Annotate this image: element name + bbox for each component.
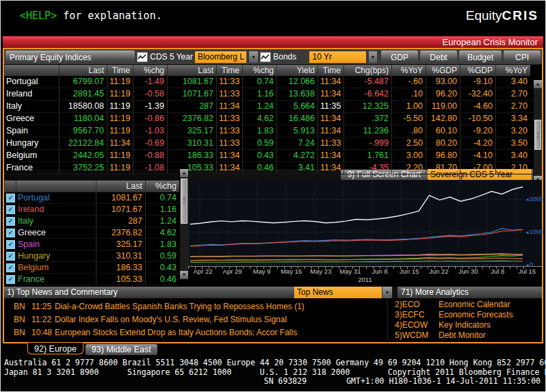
checkbox-checked-icon[interactable]: ✓ [6,263,15,272]
analytics-code[interactable]: 2)ECO [395,300,439,310]
table-row[interactable]: Spain9567.7011:19-1.03325.1711:331.835.9… [4,125,542,138]
checkbox-checked-icon[interactable]: ✓ [6,275,15,284]
table-row[interactable]: Greece1180.0411:19-0.862376.8211:334.621… [4,113,542,125]
analytics-code[interactable]: 3)ECFC [395,310,439,320]
cds-line-chart[interactable]: ◄0◄1000◄2000 [188,180,542,266]
metric-button-budget[interactable]: Budget [459,51,502,63]
chevron-down-icon[interactable]: ▼ [248,51,257,63]
scroll-up-icon[interactable]: ▲ [534,80,542,88]
country-label: Portugal [4,76,59,88]
news-item[interactable]: BN11:22Dollar Index Falls on Moody's U.S… [4,313,387,326]
value-cell: 22122.84 [59,138,107,149]
watchlist-row[interactable]: ✓France105.330.46 [4,274,179,285]
watchlist-row[interactable]: ✓Belgium186.330.43 [4,262,179,274]
metric-button-cpi[interactable]: CPI [504,51,541,63]
watchlist-chg-value: 1.16 [145,204,179,215]
checkbox-checked-icon[interactable]: ✓ [6,240,15,249]
checkbox-checked-icon[interactable]: ✓ [6,194,15,202]
analytics-link[interactable]: 3)ECFCEconomic Forecasts [388,310,542,320]
scroll-up-icon[interactable]: ▲ [180,169,188,177]
watchlist-row[interactable]: ✓Portugal1081.670.74 [4,192,179,204]
column-header: %chg [242,65,276,76]
tab--europe[interactable]: 92) Europe [27,343,83,354]
news-item[interactable]: BN10:48European Stocks Extend Drop as It… [4,326,387,339]
table-row[interactable]: France3752.2511:19-1.08105.3311:340.463.… [4,162,542,174]
watchlist-row[interactable]: ✓Ireland1071.671.16 [4,204,179,215]
top-news-header[interactable]: 1) Top News and Commentary [4,287,294,298]
watchlist-row[interactable]: ✓Spain325.171.83 [4,239,179,250]
table-row[interactable]: Belgium2442.0511:19-0.88186.3311:340.434… [4,150,542,162]
primary-equity-indices-button[interactable]: Primary Equity Indices [5,51,135,63]
table-row[interactable]: Italy18580.0811:19-1.3928711:341.245.664… [4,101,542,113]
scroll-down-icon[interactable]: ▼ [180,271,188,279]
analytics-code[interactable]: 4)ECOW [395,320,439,330]
bonds-tenor-dropdown[interactable]: 10 Yr [309,51,365,63]
checkbox-checked-icon[interactable]: ✓ [6,228,15,237]
news-item[interactable]: BN11:25Dial-a-Crowd Battles Spanish Bank… [4,300,387,313]
metric-button-gdp[interactable]: GDP [381,51,418,63]
x-axis-tick-label: May 9 [247,267,276,276]
analytics-link[interactable]: 4)ECOWKey Indicators [388,320,542,330]
chart-year-label: 2011 [188,276,542,283]
x-axis-tick-label: May 16 [276,267,306,276]
watchlist-chg-value: 4.62 [145,227,179,238]
news-headline[interactable]: Dial-a-Crowd Battles Spanish Banks Tryin… [55,300,304,313]
value-cell: -4.35 [343,162,391,174]
analytics-code[interactable]: 5)WCDM [395,330,439,341]
metric-button-debt[interactable]: Debt [420,51,457,63]
checkbox-checked-icon[interactable]: ✓ [6,205,15,214]
news-body: BN11:25Dial-a-Crowd Battles Spanish Bank… [4,298,542,343]
value-cell: 325.17 [167,125,216,137]
chevron-down-icon[interactable]: ▼ [382,287,392,298]
more-analytics-header[interactable]: 71) More Analytics [398,287,542,298]
watchlist-chg-value: 1.83 [145,239,179,250]
news-header-bar: 1) Top News and Commentary Top News ▼ 71… [4,287,542,298]
column-header: %YoY [495,65,530,76]
tab--middle-east[interactable]: 93) Middle East [86,344,157,355]
watchlist-row[interactable]: ✓Hungary310.310.59 [4,250,179,262]
table-row[interactable]: Portugal6799.0711:19-1.491081.6711:330.7… [4,76,542,88]
news-headline[interactable]: Dollar Index Falls on Moody's U.S. Revie… [55,313,287,326]
x-axis-tick-label: Apr 29 [218,267,247,276]
value-cell: 3.50 [495,138,530,149]
value-cell: 16.486 [276,113,317,125]
value-cell: 93.00 [426,76,460,88]
scroll-thumb[interactable] [181,179,187,224]
checkbox-checked-icon[interactable]: ✓ [6,252,15,261]
watchlist-scrollbar[interactable]: ▲ ▼ [179,169,188,279]
y-axis-label: ◄1000 [525,228,543,236]
watchlist-last-value: 1081.67 [96,192,145,203]
chevron-down-icon[interactable]: ▼ [368,51,377,63]
checkbox-checked-icon[interactable]: ✓ [6,217,15,226]
value-cell: -0.86 [133,113,167,125]
watchlist-country-label: Italy [16,215,96,226]
table-row[interactable]: Ireland2891.4511:19-0.581071.6711:331.16… [4,88,542,101]
analytics-link[interactable]: 2)ECOEconomic Calendar [388,300,542,310]
analytics-name[interactable]: Economic Forecasts [439,310,513,320]
scroll-thumb[interactable] [534,120,541,150]
column-header: Time [317,65,343,76]
analytics-link[interactable]: 5)WCDMDebt Monitor [388,330,542,341]
news-filter-dropdown[interactable]: Top News [294,287,382,298]
analytics-name[interactable]: Key Indicators [439,320,491,330]
analytics-name[interactable]: Debt Monitor [439,330,486,341]
value-cell: 11:34 [317,162,343,174]
cds-source-dropdown[interactable]: Bloomberg L [195,51,247,63]
x-axis-tick-label: Jun 15 [395,267,424,276]
table-scrollbar[interactable]: ▲ ▼ [533,80,542,184]
value-cell: -1.39 [133,101,167,112]
value-cell: 6799.07 [59,76,107,88]
watchlist-last-value: 105.33 [96,274,145,285]
value-cell: -0.58 [133,88,167,100]
watchlist-row[interactable]: ✓Greece2376.824.62 [4,227,179,239]
analytics-name[interactable]: Economic Calendar [439,300,510,310]
help-link[interactable]: <HELP> [20,10,57,22]
value-cell: 5.664 [276,101,317,112]
bottom-tab-bar: 92) Europe93) Middle East [3,343,157,356]
watchlist-country-label: Ireland [16,204,96,215]
watchlist-row[interactable]: ✓Italy2871.24 [4,215,179,227]
table-row[interactable]: Hungary22122.8411:34-0.69310.3111:330.59… [4,138,542,150]
value-cell: 4.62 [242,113,276,125]
news-headline[interactable]: European Stocks Extend Drop as Italy Auc… [55,326,297,339]
value-cell: -7.00 [460,162,495,174]
